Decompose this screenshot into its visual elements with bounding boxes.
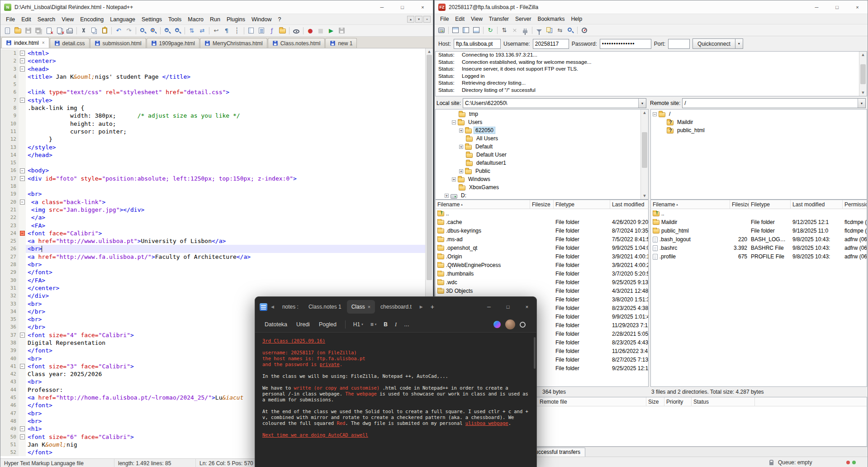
zoom-out-button[interactable] xyxy=(173,26,183,36)
fz-menu-edit[interactable]: Edit xyxy=(452,15,468,23)
word-wrap-button[interactable]: ↩ xyxy=(211,26,221,36)
print-button[interactable] xyxy=(65,26,75,36)
notepad-tab-class-notes-1[interactable]: Class.notes 1 xyxy=(304,300,346,314)
scroll-tabs-down-icon[interactable]: ▾ xyxy=(415,16,422,23)
notepad-menu-uredi[interactable]: Uredi xyxy=(292,319,314,329)
scroll-down-icon[interactable]: ▼ xyxy=(641,194,648,198)
menu-view[interactable]: View xyxy=(58,15,77,24)
fold-marker[interactable]: − xyxy=(20,231,25,236)
remote-site-combobox[interactable]: / ▾ xyxy=(682,98,866,108)
tab-1909page-html[interactable]: 1909page.html xyxy=(147,38,199,48)
playback-macro-button[interactable]: ▶ xyxy=(326,26,336,36)
local-tree-item-all-users[interactable]: All Users xyxy=(436,134,648,143)
fold-marker[interactable]: − xyxy=(20,333,25,338)
log-scrollbar[interactable]: ▲ ▼ xyxy=(859,52,867,96)
folder-as-workspace-button[interactable] xyxy=(277,26,287,36)
remote-file-maildir[interactable]: MaildirFile folder9/12/2025 12:1flcdmpe … xyxy=(651,218,867,226)
stop-recording-button[interactable]: ■ xyxy=(316,26,326,36)
close-button[interactable]: × xyxy=(517,297,536,317)
local-site-combobox[interactable]: C:\Users\622050\ ▾ xyxy=(463,98,646,108)
local-file-openshot-qt[interactable]: .openshot_qtFile folder9/9/2025 1:04:05 xyxy=(436,243,648,252)
local-file-thumbnails[interactable]: .thumbnailsFile folder3/7/2020 5:20:57 xyxy=(436,269,648,278)
column-header-permissions[interactable]: Permissions xyxy=(843,200,867,209)
fold-marker[interactable]: − xyxy=(20,176,25,181)
local-file-3d-objects[interactable]: 3D ObjectsFile folder4/3/2021 12:48:4 xyxy=(436,286,648,295)
close-tab-icon[interactable]: × xyxy=(368,304,370,310)
menu-tools[interactable]: Tools xyxy=(165,15,185,24)
expand-icon[interactable]: + xyxy=(445,194,449,198)
local-tree-item-public[interactable]: +Public xyxy=(436,167,648,175)
bold-button[interactable]: B xyxy=(380,319,391,329)
directory-listing-filters-button[interactable] xyxy=(534,25,544,35)
queue-column-priority[interactable]: Priority xyxy=(664,397,692,406)
menu-window[interactable]: Window xyxy=(248,15,275,24)
scroll-up-icon[interactable]: ▲ xyxy=(859,53,867,57)
notepad-menu-datoteka[interactable]: Datoteka xyxy=(261,319,291,329)
heading-style-button[interactable]: H1 ▾ xyxy=(350,319,366,329)
redo-button[interactable]: ↷ xyxy=(124,26,134,36)
maximize-button[interactable]: □ xyxy=(498,297,517,317)
directory-comparison-button[interactable] xyxy=(545,25,555,35)
local-file-wdc[interactable]: .wdcFile folder9/25/2025 9:13:4 xyxy=(436,278,648,286)
zoom-in-button[interactable] xyxy=(162,26,172,36)
menu-file[interactable]: File xyxy=(3,15,18,24)
chevron-down-icon[interactable]: ▾ xyxy=(638,99,646,108)
local-file-dbus-keyrings[interactable]: .dbus-keyringsFile folder8/7/2024 10:35:… xyxy=(436,226,648,235)
copilot-icon[interactable] xyxy=(493,321,501,328)
italic-button[interactable]: I xyxy=(392,319,400,330)
menu-encoding[interactable]: Encoding xyxy=(77,15,107,24)
column-header-filetype[interactable]: Filetype xyxy=(554,200,610,209)
remote-file-profile[interactable]: .profile675PROFILE File9/8/2025 10:43:ad… xyxy=(651,252,867,261)
menu-language[interactable]: Language xyxy=(107,15,138,24)
local-tree-scrollbar[interactable]: ▲ ▼ xyxy=(640,110,648,199)
local-tree-item-defaultuser1[interactable]: defaultuser1 xyxy=(436,159,648,167)
column-header-filetype[interactable]: Filetype xyxy=(749,200,791,209)
synchronized-browsing-button[interactable]: ⇆ xyxy=(555,25,565,35)
menu-settings[interactable]: Settings xyxy=(138,15,165,24)
replace-button[interactable] xyxy=(148,26,158,36)
toggle-transfer-queue-button[interactable] xyxy=(471,25,481,35)
local-file-cache[interactable]: .cacheFile folder4/26/2020 9:20:0 xyxy=(436,218,648,226)
queue-column-status[interactable]: Status xyxy=(692,397,755,406)
local-tree-item-default[interactable]: +Default xyxy=(436,143,648,151)
fold-marker[interactable]: − xyxy=(20,200,25,205)
new-tab-button[interactable]: + xyxy=(427,303,438,310)
local-tree-item-622050[interactable]: +622050 xyxy=(436,126,648,134)
list-style-button[interactable]: ≡ ▾ xyxy=(367,319,380,329)
minimize-button[interactable]: ─ xyxy=(479,297,498,317)
record-macro-button[interactable]: ● xyxy=(305,26,315,36)
expand-icon[interactable]: + xyxy=(459,169,463,173)
fz-menu-help[interactable]: Help xyxy=(568,15,585,23)
maximize-button[interactable]: □ xyxy=(827,0,847,14)
close-button[interactable]: × xyxy=(847,0,868,14)
notepad-menu-pogled[interactable]: Pogled xyxy=(315,319,341,329)
save-all-button[interactable] xyxy=(33,26,43,36)
fz-menu-bookmarks[interactable]: Bookmarks xyxy=(534,15,568,23)
scroll-up-icon[interactable]: ▲ xyxy=(641,111,648,114)
new-file-button[interactable] xyxy=(2,26,12,36)
scroll-tabs-up-icon[interactable]: ▴ xyxy=(407,16,414,23)
paste-button[interactable] xyxy=(100,26,109,36)
quickconnect-dropdown-icon[interactable]: ▾ xyxy=(735,38,743,49)
local-tree-item-xboxgames[interactable]: XboxGames xyxy=(436,183,648,191)
column-header-last-modified[interactable]: Last modified xyxy=(791,200,843,209)
expand-icon[interactable]: + xyxy=(459,129,463,133)
port-input[interactable] xyxy=(668,39,690,49)
column-header-filesize[interactable]: Filesize xyxy=(730,200,749,209)
fold-marker[interactable]: − xyxy=(20,426,25,431)
cut-button[interactable] xyxy=(79,26,89,36)
function-list-button[interactable]: ƒ xyxy=(267,26,277,36)
avatar[interactable] xyxy=(505,319,515,329)
copy-button[interactable] xyxy=(89,26,99,36)
column-header-filename[interactable]: Filename▴ xyxy=(651,200,730,209)
scroll-tabs-right-icon[interactable]: ▶ xyxy=(417,305,425,309)
notepad-tab-notes[interactable]: notes : xyxy=(278,300,303,314)
remote-file-bashrc[interactable]: .bashrc3.392BASHRC File9/8/2025 10:43:ad… xyxy=(651,243,867,252)
remote-file-item[interactable]: .. xyxy=(651,209,867,218)
fold-marker[interactable]: − xyxy=(20,67,25,71)
tab-index-html[interactable]: index.html× xyxy=(1,37,49,48)
quickconnect-button[interactable]: Quickconnect xyxy=(693,38,735,49)
cancel-operation-button[interactable]: × xyxy=(510,25,520,35)
fold-marker[interactable]: − xyxy=(20,58,25,63)
open-file-button[interactable] xyxy=(13,26,23,36)
